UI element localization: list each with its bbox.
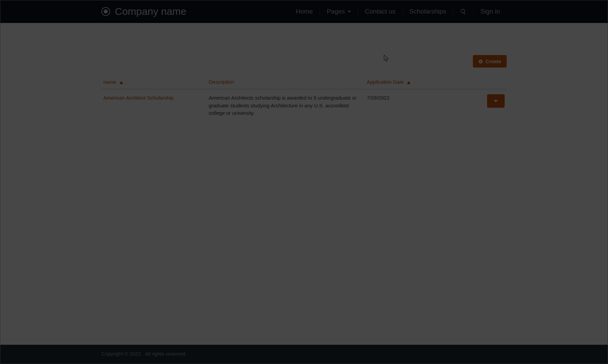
brand-name: Company name <box>115 6 186 17</box>
col-header-actions <box>474 76 507 89</box>
page-content: Create name Description Application Date <box>101 23 507 122</box>
toolbar: Create <box>101 55 507 68</box>
nav-search[interactable] <box>453 8 473 15</box>
col-header-name[interactable]: name <box>101 76 207 89</box>
nav-home-label: Home <box>296 8 313 15</box>
nav-scholarships-label: Scholarships <box>409 8 446 15</box>
plus-circle-icon <box>478 59 483 64</box>
row-actions-button[interactable] <box>487 94 505 108</box>
table-row: American Architect Scholarship American … <box>101 89 507 122</box>
col-header-name-label: name <box>103 79 116 85</box>
nav-contact-label: Contact us <box>365 8 396 15</box>
nav-pages-label: Pages <box>327 8 345 15</box>
create-button[interactable]: Create <box>473 55 507 68</box>
nav-links: Home Pages Contact us Scholarships Sign … <box>289 8 507 15</box>
top-navbar: Company name Home Pages Contact us Schol… <box>0 0 608 23</box>
nav-home[interactable]: Home <box>289 8 320 15</box>
scholarship-table: name Description Application Date Americ… <box>101 76 507 122</box>
search-icon <box>460 8 466 15</box>
create-button-label: Create <box>485 58 501 64</box>
brand-logo-icon <box>101 7 110 16</box>
nav-contact[interactable]: Contact us <box>358 8 402 15</box>
sort-asc-icon <box>407 81 410 84</box>
nav-scholarships[interactable]: Scholarships <box>403 8 453 15</box>
nav-pages[interactable]: Pages <box>320 8 358 15</box>
row-appdate: 7/29/2022 <box>365 89 474 122</box>
col-header-description-label: Description <box>209 79 234 85</box>
row-name-link[interactable]: American Architect Scholarship <box>103 95 174 101</box>
nav-signin-label: Sign in <box>480 8 500 15</box>
footer: Copyright © 2022 . All rights reserved. <box>0 345 608 364</box>
nav-signin[interactable]: Sign in <box>474 8 507 15</box>
sort-asc-icon <box>120 81 123 84</box>
footer-text: Copyright © 2022 . All rights reserved. <box>101 351 187 357</box>
row-description: American Architects scholarship is award… <box>207 89 365 122</box>
chevron-down-icon <box>494 100 498 102</box>
brand-link[interactable]: Company name <box>101 6 186 17</box>
col-header-appdate[interactable]: Application Date <box>365 76 474 89</box>
row-name-label: American Architect Scholarship <box>103 95 174 101</box>
caret-down-icon <box>348 11 351 12</box>
col-header-description[interactable]: Description <box>207 76 365 89</box>
col-header-appdate-label: Application Date <box>367 79 404 85</box>
